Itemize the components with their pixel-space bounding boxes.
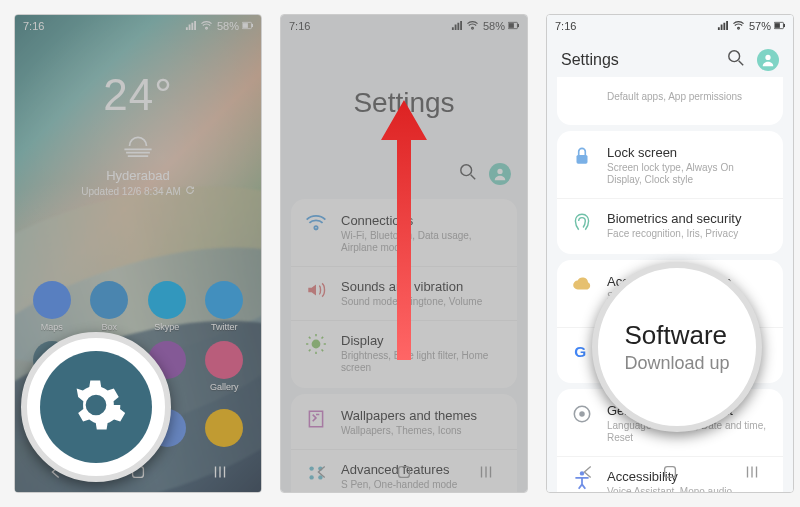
search-icon[interactable]	[459, 163, 477, 185]
battery-pct: 57%	[749, 20, 771, 32]
svg-text:G: G	[574, 343, 586, 360]
search-icon[interactable]	[727, 49, 745, 71]
settings-row-wallpapers-and-themes[interactable]: Wallpapers and themes Wallpapers, Themes…	[291, 396, 517, 449]
back-button[interactable]	[313, 463, 331, 485]
weather-updated: Updated 12/6 8:34 AM	[81, 186, 181, 197]
home-button[interactable]	[661, 463, 679, 485]
cloud-icon	[571, 274, 593, 296]
general-icon	[571, 403, 593, 425]
nav-bar	[281, 456, 527, 492]
lock-icon	[571, 145, 593, 167]
svg-point-38	[729, 51, 740, 62]
recents-button[interactable]	[211, 463, 229, 485]
battery-icon	[508, 20, 519, 33]
app-row-1: MapsBoxSkypeTwitter	[15, 281, 261, 332]
row-subtitle: Wi-Fi, Bluetooth, Data usage, Airplane m…	[341, 230, 503, 254]
settings-row-connections[interactable]: Connections Wi-Fi, Bluetooth, Data usage…	[291, 201, 517, 266]
battery-pct: 58%	[483, 20, 505, 32]
google-icon: G	[571, 340, 593, 362]
weather-widget[interactable]: 24° Hyderabad Updated 12/6 8:34 AM	[15, 70, 261, 197]
display-icon	[305, 333, 327, 355]
sound-icon	[305, 279, 327, 301]
battery-icon	[242, 20, 253, 33]
app-icon[interactable]	[203, 409, 245, 450]
recents-button[interactable]	[743, 463, 761, 485]
weather-city: Hyderabad	[15, 168, 261, 183]
app-twitter[interactable]: Twitter	[203, 281, 245, 332]
svg-rect-37	[783, 23, 785, 26]
svg-line-24	[322, 337, 324, 339]
row-subtitle: Screen lock type, Always On Display, Clo…	[607, 162, 769, 186]
settings-row-biometrics-and-security[interactable]: Biometrics and security Face recognition…	[557, 198, 783, 252]
svg-point-16	[312, 340, 321, 349]
svg-line-21	[309, 337, 311, 339]
settings-card: Default apps, App permissions	[557, 77, 783, 125]
wifi-icon	[733, 20, 744, 33]
row-subtitle: Face recognition, Iris, Privacy	[607, 228, 741, 240]
settings-scroll[interactable]: Settings Connections Wi-Fi, Bluetooth, D…	[281, 15, 527, 492]
svg-point-44	[579, 411, 585, 417]
phone-home-screen: 7:16 58% 24° Hyder	[14, 14, 262, 493]
row-label: Sounds and vibration	[341, 279, 482, 294]
svg-rect-30	[399, 467, 410, 478]
settings-row-sounds-and-vibration[interactable]: Sounds and vibration Sound mode, Rington…	[291, 266, 517, 320]
svg-point-13	[461, 165, 472, 176]
signal-icon	[185, 20, 196, 33]
magnifier-software-update: Software Download up	[592, 262, 762, 432]
svg-rect-11	[509, 23, 514, 28]
row-label: Lock screen	[607, 145, 769, 160]
svg-line-14	[471, 175, 476, 180]
app-box[interactable]: Box	[88, 281, 130, 332]
row-label: Connections	[341, 213, 503, 228]
svg-line-23	[309, 350, 311, 352]
app-gallery[interactable]: Gallery	[203, 341, 245, 392]
settings-title: Settings	[281, 87, 527, 119]
settings-row-lock-screen[interactable]: Lock screen Screen lock type, Always On …	[557, 133, 783, 198]
settings-card: Lock screen Screen lock type, Always On …	[557, 131, 783, 254]
app-skype[interactable]: Skype	[146, 281, 188, 332]
refresh-icon[interactable]	[185, 185, 195, 197]
settings-header: Settings	[561, 51, 619, 69]
svg-point-40	[765, 55, 770, 60]
row-label: Biometrics and security	[607, 211, 741, 226]
home-button[interactable]	[395, 463, 413, 485]
svg-rect-1	[243, 23, 248, 28]
battery-icon	[774, 20, 785, 33]
phone-settings-scrolled: 7:16 57% Settings Default apps,	[546, 14, 794, 493]
settings-row-apps[interactable]: Default apps, App permissions	[557, 77, 783, 123]
settings-card: Connections Wi-Fi, Bluetooth, Data usage…	[291, 199, 517, 388]
svg-rect-2	[251, 23, 253, 26]
settings-row-display[interactable]: Display Brightness, Blue light filter, H…	[291, 320, 517, 386]
account-avatar[interactable]	[489, 163, 511, 185]
row-label: Wallpapers and themes	[341, 408, 477, 423]
recents-button[interactable]	[477, 463, 495, 485]
weather-temp: 24°	[15, 70, 261, 120]
svg-line-39	[739, 61, 744, 65]
back-button[interactable]	[579, 463, 597, 485]
fog-icon	[121, 134, 155, 160]
svg-line-22	[322, 350, 324, 352]
svg-rect-49	[665, 467, 676, 478]
svg-rect-36	[775, 23, 780, 28]
row-subtitle: Wallpapers, Themes, Icons	[341, 425, 477, 437]
row-subtitle: Sound mode, Ringtone, Volume	[341, 296, 482, 308]
status-time: 7:16	[555, 20, 576, 32]
wifi-icon	[467, 20, 478, 33]
magnifier-settings-icon	[21, 332, 171, 482]
wallpaper-icon	[305, 408, 327, 430]
bio-icon	[571, 211, 593, 233]
svg-point-15	[497, 169, 502, 174]
wifi-icon	[201, 20, 212, 33]
svg-rect-12	[517, 23, 519, 26]
row-subtitle: Brightness, Blue light filter, Home scre…	[341, 350, 503, 374]
account-avatar[interactable]	[757, 49, 779, 71]
status-time: 7:16	[23, 20, 44, 32]
phone-settings-top: 7:16 58% Settings Connections Wi-Fi, Blu…	[280, 14, 528, 493]
app-maps[interactable]: Maps	[31, 281, 73, 332]
nav-bar	[547, 456, 793, 492]
status-time: 7:16	[289, 20, 310, 32]
row-subtitle: Default apps, App permissions	[607, 91, 742, 103]
signal-icon	[717, 20, 728, 33]
magnifier-line2: Download up	[624, 353, 729, 374]
svg-rect-41	[577, 155, 588, 164]
